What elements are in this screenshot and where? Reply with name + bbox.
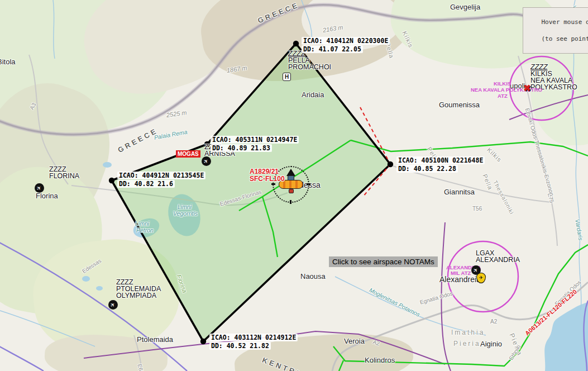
icao-coordinate: ICAO: 405311N 0214947E [211, 136, 299, 144]
airspace-notam-tooltip[interactable]: Click to see airspace NOTAMs [329, 256, 438, 267]
vertex-coordinate-label: ICAO: 403112N 0214912E DD: 40.52 21.82 [209, 334, 298, 350]
pointer-coordinates-hint: Hover mouse over m (to see pointer coo [523, 7, 588, 54]
vertex-coordinate-label: ICAO: 405100N 0221648E DD: 40.85 22.28 [396, 156, 485, 173]
dd-coordinate: DD: 40.89 21.83 [211, 144, 272, 152]
vertex-coordinate-labels: ICAO: 410412N 0220300E DD: 41.07 22.05 I… [0, 0, 588, 371]
icao-coordinate: ICAO: 410412N 0220300E [302, 37, 390, 45]
vertex-coordinate-label: ICAO: 404912N 0213545E DD: 40.82 21.6 [117, 172, 205, 188]
dd-coordinate: DD: 41.07 22.05 [302, 45, 363, 53]
dd-coordinate: DD: 40.85 22.28 [396, 165, 458, 173]
icao-coordinate: ICAO: 403112N 0214912E [209, 334, 298, 341]
dd-coordinate: DD: 40.52 21.82 [209, 342, 271, 350]
icao-coordinate: ICAO: 404912N 0213545E [117, 172, 205, 179]
icao-coordinate: ICAO: 405100N 0221648E [396, 156, 485, 164]
hint-line-1: Hover mouse over m [542, 18, 588, 26]
hint-line-2: (to see pointer coo [542, 35, 588, 42]
vertex-coordinate-label: ICAO: 405311N 0214947E DD: 40.89 21.83 [211, 136, 299, 153]
vertex-coordinate-label: ICAO: 410412N 0220300E DD: 41.07 22.05 [302, 37, 390, 54]
map-canvas[interactable]: GREECEGREECEKENTRIKI MAKEDONIAPellaKilki… [0, 0, 588, 371]
dd-coordinate: DD: 40.82 21.6 [117, 180, 175, 188]
